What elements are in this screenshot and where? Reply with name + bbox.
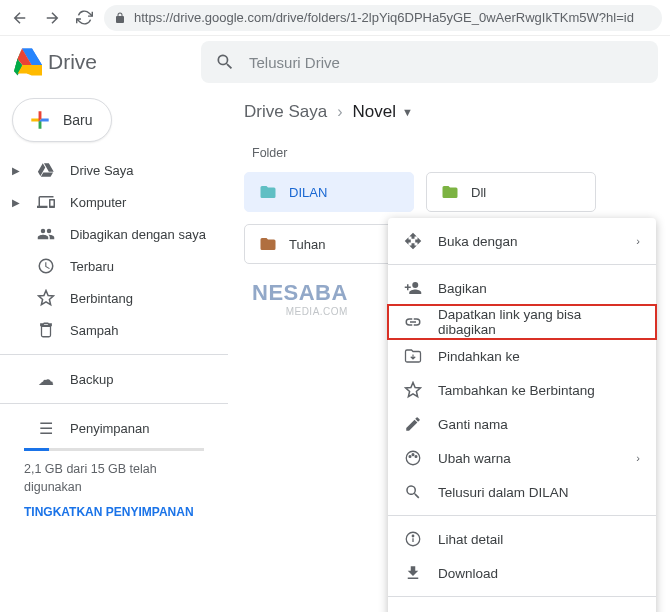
folder-icon — [259, 183, 277, 201]
context-menu-item[interactable]: Buka dengan› — [388, 224, 656, 258]
context-menu-item[interactable]: Download — [388, 556, 656, 590]
context-menu-item[interactable]: Bagikan — [388, 271, 656, 305]
drive-icon — [36, 161, 56, 179]
person-add-icon — [404, 279, 422, 297]
people-icon — [36, 225, 56, 243]
trash-icon — [36, 321, 56, 339]
reload-button[interactable] — [72, 6, 96, 30]
download-icon — [404, 564, 422, 582]
back-button[interactable] — [8, 6, 32, 30]
breadcrumb-current[interactable]: Novel ▼ — [352, 102, 412, 122]
context-menu-item[interactable]: Hapus — [388, 603, 656, 612]
move-folder-icon — [404, 347, 422, 365]
context-menu-item[interactable]: Dapatkan link yang bisa dibagikan — [388, 305, 656, 339]
breadcrumb: Drive Saya › Novel ▼ — [244, 92, 654, 132]
move-cursor-icon — [404, 232, 422, 250]
star-icon — [36, 289, 56, 307]
chevron-right-icon: › — [636, 452, 640, 464]
clock-icon — [36, 257, 56, 275]
browser-bar: https://drive.google.com/drive/folders/1… — [0, 0, 670, 36]
divider — [388, 264, 656, 265]
breadcrumb-root[interactable]: Drive Saya — [244, 102, 327, 122]
info-icon — [404, 530, 422, 548]
backup-icon: ☁ — [36, 370, 56, 389]
search-placeholder: Telusuri Drive — [249, 54, 340, 71]
divider — [0, 354, 228, 355]
chevron-right-icon: › — [636, 235, 640, 247]
svg-point-6 — [409, 456, 411, 458]
new-label: Baru — [63, 112, 93, 128]
forward-button[interactable] — [40, 6, 64, 30]
chevron-down-icon: ▼ — [402, 106, 413, 118]
svg-point-7 — [412, 454, 414, 456]
folder-icon — [259, 235, 277, 253]
search-input[interactable]: Telusuri Drive — [201, 41, 658, 83]
edit-icon — [404, 415, 422, 433]
url-text: https://drive.google.com/drive/folders/1… — [134, 10, 634, 25]
url-bar[interactable]: https://drive.google.com/drive/folders/1… — [104, 5, 662, 31]
divider — [0, 403, 228, 404]
chevron-right-icon: › — [337, 103, 342, 121]
sidebar-item-trash[interactable]: Sampah — [0, 314, 228, 346]
search-icon — [215, 52, 235, 72]
context-menu-item[interactable]: Ubah warna› — [388, 441, 656, 475]
sidebar-item-drive[interactable]: ▶Drive Saya — [0, 154, 228, 186]
storage-bar — [24, 448, 204, 451]
sidebar-item-storage[interactable]: ☰ Penyimpanan — [0, 412, 228, 444]
sidebar-item-people[interactable]: Dibagikan dengan saya — [0, 218, 228, 250]
lock-icon — [114, 12, 126, 24]
new-button[interactable]: Baru — [12, 98, 112, 142]
palette-icon — [404, 449, 422, 467]
sidebar: Baru ▶Drive Saya▶KomputerDibagikan denga… — [0, 88, 228, 531]
link-icon — [404, 313, 422, 331]
search-icon — [404, 483, 422, 501]
sidebar-item-clock[interactable]: Terbaru — [0, 250, 228, 282]
storage-block: 2,1 GB dari 15 GB telah digunakan TINGKA… — [0, 448, 228, 521]
upgrade-link[interactable]: TINGKATKAN PENYIMPANAN — [24, 504, 204, 521]
plus-icon — [27, 107, 53, 133]
context-menu: Buka dengan›BagikanDapatkan link yang bi… — [388, 218, 656, 612]
app-header: Drive Telusuri Drive — [0, 36, 670, 88]
storage-icon: ☰ — [36, 419, 56, 438]
context-menu-item[interactable]: Telusuri dalam DILAN — [388, 475, 656, 509]
sidebar-item-devices[interactable]: ▶Komputer — [0, 186, 228, 218]
context-menu-item[interactable]: Tambahkan ke Berbintang — [388, 373, 656, 407]
folder-card[interactable]: DILAN — [244, 172, 414, 212]
app-name: Drive — [48, 50, 97, 74]
context-menu-item[interactable]: Lihat detail — [388, 522, 656, 556]
drive-logo-icon — [12, 48, 42, 76]
devices-icon — [36, 193, 56, 211]
folder-icon — [441, 183, 459, 201]
star-icon — [404, 381, 422, 399]
context-menu-item[interactable]: Pindahkan ke — [388, 339, 656, 373]
context-menu-item[interactable]: Ganti nama — [388, 407, 656, 441]
folder-card[interactable]: Dll — [426, 172, 596, 212]
storage-usage: 2,1 GB dari 15 GB telah digunakan — [24, 461, 204, 496]
section-label: Folder — [252, 146, 654, 160]
divider — [388, 515, 656, 516]
sidebar-item-star[interactable]: Berbintang — [0, 282, 228, 314]
svg-point-8 — [415, 456, 417, 458]
sidebar-item-backup[interactable]: ☁ Backup — [0, 363, 228, 395]
svg-point-11 — [412, 535, 414, 537]
divider — [388, 596, 656, 597]
